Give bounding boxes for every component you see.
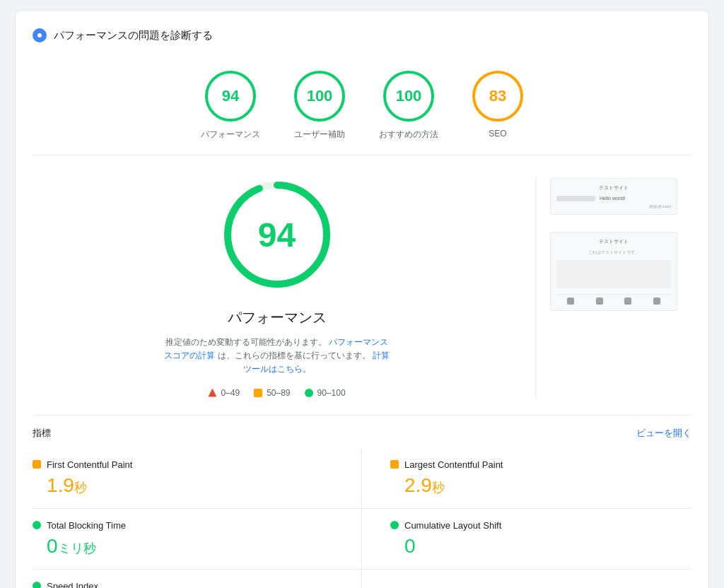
score-label-seo: SEO [489,129,506,139]
metric-fcp-number: 1.9 [47,474,74,496]
legend-item-orange: 50–89 [254,388,290,398]
metric-lcp-dot [390,460,399,469]
scores-row: 94 パフォーマンス 100 ユーザー補助 100 おすすめの方法 83 SEO [33,57,691,155]
spacer [550,220,677,226]
metric-cls-value: 0 [390,535,691,558]
metric-tbt-name-row: Total Blocking Time [33,520,333,531]
score-circle-seo[interactable]: 83 [472,71,523,122]
big-score-circle-container: 94 [221,178,334,291]
metric-lcp: Largest Contentful Paint 2.9秒 [362,448,691,509]
metric-cls-number: 0 [404,535,416,557]
metric-tbt-name: Total Blocking Time [47,520,126,531]
main-section: 94 パフォーマンス 推定値のため変動する可能性があります。 パフォーマンス ス… [33,155,691,416]
metric-si: Speed Index 1.9秒 [33,570,362,588]
legend-item-red: 0–49 [208,388,240,398]
mock-bottom-subtitle: これはテストサイトです。 [556,249,671,256]
score-label-accessibility: ユーザー補助 [294,129,345,141]
desc-text-1: 推定値のため変動する可能性があります。 [165,337,327,347]
mock-nav-1 [567,298,574,305]
legend-label-orange: 50–89 [267,388,290,398]
screenshot-mockup-top: テストサイト Hello world! @@@.com [550,178,677,215]
mock-link: @@@.com [556,204,671,208]
mock-bottom-nav [556,294,671,305]
metrics-title: 指標 [33,427,51,440]
metric-fcp-name: First Contentful Paint [47,459,132,470]
main-card: パフォーマンスの問題を診断する 94 パフォーマンス 100 ユーザー補助 10… [16,11,708,588]
score-item-accessibility: 100 ユーザー補助 [294,71,345,141]
performance-label: パフォーマンス [228,308,327,327]
metric-fcp-unit: 秒 [74,481,87,495]
legend-dot-red [208,389,216,397]
mock-nav-2 [596,298,603,305]
score-item-best-practices: 100 おすすめの方法 [379,71,438,141]
metric-cls: Cumulative Layout Shift 0 [362,509,691,570]
left-section: 94 パフォーマンス 推定値のため変動する可能性があります。 パフォーマンス ス… [33,178,521,398]
metric-tbt-number: 0 [47,535,58,557]
mock-nav-3 [624,298,631,305]
score-item-seo: 83 SEO [472,71,523,141]
vertical-divider [535,178,536,398]
mock-bar-1 [556,196,595,201]
metric-tbt-value: 0ミリ秒 [33,535,333,558]
view-link[interactable]: ビューを開く [636,427,691,440]
score-label-best-practices: おすすめの方法 [379,129,438,141]
metrics-grid: First Contentful Paint 1.9秒 Largest Cont… [33,448,691,588]
metric-fcp-name-row: First Contentful Paint [33,459,333,470]
legend-dot-orange [254,389,262,397]
desc-text-2: は、これらの指標を基に行っています。 [218,351,370,360]
metric-si-name: Speed Index [47,581,98,588]
legend-dot-green [305,389,313,397]
metric-tbt: Total Blocking Time 0ミリ秒 [33,509,362,570]
metric-cls-name-row: Cumulative Layout Shift [390,520,691,531]
header-icon [33,28,47,42]
header-title: パフォーマンスの問題を診断する [54,29,213,42]
legend-label-green: 90–100 [317,388,346,398]
mock-nav-4 [653,298,660,305]
metric-cls-dot [390,521,399,529]
screenshot-mockup-bottom: テストサイト これはテストサイトです。 [550,232,677,311]
mock-site-title: テストサイト [556,184,671,192]
mock-hello-world: Hello world! [600,196,671,201]
score-label-performance: パフォーマンス [201,129,260,141]
mock-text-block [556,260,671,288]
screenshot-section: テストサイト Hello world! @@@.com テストサイト これはテス… [550,178,691,311]
score-item-performance: 94 パフォーマンス [201,71,260,141]
header-row: パフォーマンスの問題を診断する [33,28,691,42]
metric-lcp-value: 2.9秒 [390,474,691,497]
metric-tbt-dot [33,521,41,529]
metric-lcp-name: Largest Contentful Paint [404,459,503,470]
perf-description: 推定値のため変動する可能性があります。 パフォーマンス スコアの計算 は、これら… [164,336,390,377]
metric-tbt-unit: ミリ秒 [58,541,96,555]
metric-si-dot [33,582,41,588]
metric-cls-name: Cumulative Layout Shift [404,520,501,531]
metric-fcp: First Contentful Paint 1.9秒 [33,448,362,509]
metric-si-name-row: Speed Index [33,581,333,588]
score-circle-accessibility[interactable]: 100 [294,71,345,122]
metric-lcp-unit: 秒 [432,481,445,495]
mock-content: Hello world! [556,196,671,201]
metric-lcp-name-row: Largest Contentful Paint [390,459,691,470]
score-circle-performance[interactable]: 94 [205,71,256,122]
legend-item-green: 90–100 [305,388,346,398]
metric-fcp-value: 1.9秒 [33,474,333,497]
big-score-number: 94 [258,216,296,254]
metric-fcp-dot [33,460,41,469]
legend-row: 0–49 50–89 90–100 [208,388,345,398]
legend-label-red: 0–49 [221,388,240,398]
metrics-header: 指標 ビューを開く [33,416,691,448]
metric-lcp-number: 2.9 [404,474,432,496]
score-circle-best-practices[interactable]: 100 [383,71,434,122]
mock-bottom-title: テストサイト [556,238,671,245]
